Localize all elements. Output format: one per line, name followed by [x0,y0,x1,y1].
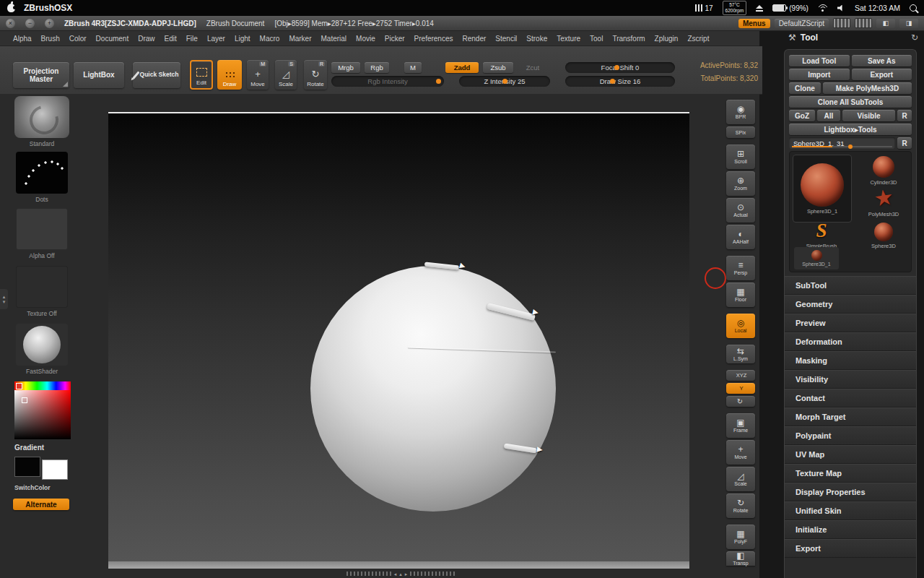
menu-item[interactable]: Tool [590,35,603,43]
current-material-selector[interactable]: FastShader [16,324,68,375]
goz-visible-button[interactable]: Visible [842,110,895,121]
secondary-color-swatch[interactable] [42,460,68,480]
menu-item[interactable]: Render [463,35,487,43]
rotate-mode-button[interactable]: R ↻ Rotate [304,60,327,90]
tool-section-header[interactable]: Geometry [785,295,916,314]
current-brush-selector[interactable]: Standard [14,96,69,147]
menu-item[interactable]: Edit [165,35,177,43]
menu-item[interactable]: Color [69,35,87,43]
right-shelf-button[interactable]: ◉ BPR [726,100,755,124]
right-shelf-button[interactable]: ▣ Frame [726,413,755,438]
tool-thumbnail[interactable]: Sphere3D_1 [793,155,852,223]
tool-thumbnail[interactable]: Cylinder3D [859,156,908,186]
menu-item[interactable]: Transform [612,35,645,43]
menu-item[interactable]: Light [235,35,250,43]
right-shelf-button[interactable]: ⊙ Actual [726,198,755,223]
save-as-button[interactable]: Save As [852,55,912,66]
lightbox-button[interactable]: LightBox [74,62,124,88]
make-polymesh3d-button[interactable]: Make PolyMesh3D [823,82,912,94]
tool-section-header[interactable]: UV Map [785,445,916,464]
rgb-intensity-slider[interactable]: Rgb Intensity [331,76,444,87]
current-tool-slider[interactable]: Sphere3D_1. 31 [789,137,895,149]
minimize-button[interactable]: − [25,19,35,28]
menu-item[interactable]: Brush [41,35,60,43]
alpha-thumbnail[interactable] [16,208,68,250]
battery-widget[interactable]: (99%) [772,4,808,12]
material-thumbnail[interactable] [16,324,68,366]
tool-section-header[interactable]: Unified Skin [785,501,916,520]
z-intensity-slider[interactable]: Z Intensity 25 [459,76,550,87]
tool-thumbnail[interactable]: SimpleBrush [797,223,846,249]
slider-handle[interactable] [610,79,615,84]
apple-icon[interactable] [7,4,15,12]
scroll-left-icon[interactable]: ◂ [394,571,397,577]
slider-handle[interactable] [614,65,619,70]
menu-bar-clock[interactable]: Sat 12:03 AM [855,4,900,12]
m-toggle[interactable]: M [404,62,422,73]
slider-handle[interactable] [436,79,441,84]
tool-section-header[interactable]: Polypaint [785,426,916,445]
refresh-icon[interactable]: ↻ [911,33,918,43]
lightbox-tools-button[interactable]: Lightbox▸Tools [789,124,912,135]
dock-right-icon[interactable]: ◨ [899,19,918,28]
export-button[interactable]: Export [852,69,912,80]
color-picker[interactable] [14,381,71,439]
menu-item[interactable]: Layer [207,35,225,43]
current-alpha-selector[interactable]: Alpha Off [16,208,68,259]
menu-item[interactable]: Document [96,35,129,43]
right-shelf-button[interactable]: ◧ Transp [726,551,755,566]
goz-button[interactable]: GoZ [789,110,815,121]
volume-icon[interactable] [837,5,845,12]
main-color-swatch[interactable] [14,457,40,477]
projection-master-button[interactable]: Projection Master [13,62,69,88]
eject-icon[interactable] [756,5,763,12]
hue-strip[interactable] [14,381,71,390]
left-tray-collapse-handle[interactable]: ▴▾ [0,289,8,309]
menu-item[interactable]: Material [321,35,347,43]
spotlight-icon[interactable] [910,4,917,12]
scroll-stripes[interactable] [346,571,391,576]
scroll-up-icon[interactable]: ▴ [399,571,402,577]
scroll-stripes[interactable] [410,571,455,576]
right-shelf-button[interactable]: ≡ Persp [726,256,755,280]
zsub-toggle[interactable]: Zsub [483,62,513,73]
brush-thumbnail[interactable] [14,96,69,138]
close-button[interactable]: × [6,19,15,28]
menus-toggle-button[interactable]: Menus [738,19,770,28]
ui-slider-icon[interactable] [855,18,872,28]
ui-slider-icon[interactable] [833,18,850,28]
zoom-button[interactable]: + [45,19,54,28]
sculpt-sphere-model[interactable] [310,266,556,512]
edit-mode-button[interactable]: Edit [190,60,213,90]
tool-thumbnail[interactable]: Sphere3D_1 [794,247,839,269]
menu-item[interactable]: Macro [260,35,280,43]
scale-mode-button[interactable]: S ◿ Scale [275,60,297,90]
menu-item[interactable]: Draw [138,35,154,43]
tool-thumbnail[interactable]: Sphere3D [859,223,908,249]
document-canvas[interactable]: ▶ ▶ ▶ [108,112,689,569]
menu-item[interactable]: Alpha [13,35,32,43]
menu-item[interactable]: File [186,35,198,43]
right-shelf-button[interactable]: SPix [726,126,755,138]
texture-thumbnail[interactable] [16,266,68,308]
current-stroke-selector[interactable]: Dots [16,152,68,203]
right-shelf-button[interactable]: ◿ Scale [726,467,755,491]
temperature-fan-widget[interactable]: 57°C 6200rpm [723,1,747,15]
slider-handle[interactable] [848,144,853,149]
goz-r-button[interactable]: R [897,110,912,121]
clone-all-subtools-button[interactable]: Clone All SubTools [789,96,912,108]
right-shelf-button[interactable]: ↻ Rotate [726,493,755,518]
quick-sketch-button[interactable]: Quick Sketch [133,62,180,88]
right-shelf-button[interactable]: ⊞ Scroll [726,144,755,169]
tool-section-header[interactable]: Initialize [785,520,916,539]
import-button[interactable]: Import [789,69,850,80]
tool-section-header[interactable]: Masking [785,351,916,370]
gradient-control[interactable]: Gradient [14,444,44,452]
default-zscript-button[interactable]: DefaultZScript [775,19,829,28]
mrgb-toggle[interactable]: Mrgb [331,62,360,73]
menu-item[interactable]: Marker [289,35,311,43]
tool-section-header[interactable]: Export [785,539,916,558]
tool-section-header[interactable]: Morph Target [785,407,916,426]
draw-size-slider[interactable]: Draw Size 16 [565,76,675,87]
draw-mode-button[interactable]: Draw [217,60,242,90]
